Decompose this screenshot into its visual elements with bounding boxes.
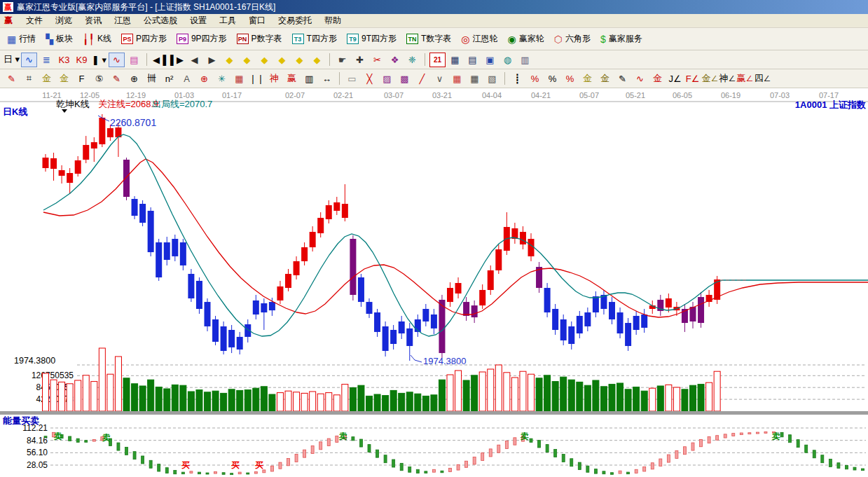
diamond-horizontal-icon[interactable]: ◆ — [256, 53, 273, 67]
wave-red-icon[interactable]: ∿ — [109, 53, 125, 67]
next-page-icon[interactable]: ▶ — [204, 53, 220, 67]
calculator-icon[interactable]: ▦ — [447, 53, 463, 67]
comb-ruler-icon[interactable]: 卌 — [144, 71, 160, 86]
sectors-button[interactable]: ▚板块 — [41, 31, 77, 47]
rect-zone-icon[interactable]: ▭ — [344, 71, 360, 86]
quotes-button[interactable]: ▦行情 — [3, 31, 40, 47]
menu-item-1[interactable]: 浏览 — [49, 15, 78, 26]
t-table-button[interactable]: TNT数字表 — [402, 31, 455, 47]
j-angle-icon[interactable]: J∠ — [667, 71, 683, 86]
trend-rays-icon[interactable]: ╱ — [414, 71, 430, 86]
width-measure-icon[interactable]: ↔ — [319, 71, 335, 86]
winner-wheel-button[interactable]: ◉赢家轮 — [504, 31, 549, 47]
menu-item-6[interactable]: 工具 — [213, 15, 242, 26]
svg-text:1974.3800: 1974.3800 — [423, 356, 466, 366]
gold-level-icon[interactable]: 金 — [597, 71, 613, 86]
window-titlebar[interactable]: 赢 赢家江恩专业版[赢家内部服务平台] - [上证指数 SH1A0001-167… — [0, 0, 868, 14]
hatch-box-icon[interactable]: ▩ — [397, 71, 413, 86]
gann-wheel-button[interactable]: ◎江恩轮 — [457, 31, 502, 47]
last-page-icon[interactable]: ▌▶ — [169, 53, 185, 67]
9p-square-button[interactable]: P99P四方形 — [172, 31, 231, 47]
circle-ruler-icon[interactable]: ⊕ — [126, 71, 142, 86]
gann-brain-2-icon[interactable]: ❈ — [404, 53, 420, 67]
prev-page-icon[interactable]: ◀ — [186, 53, 202, 67]
web-icon[interactable]: ◍ — [500, 53, 516, 67]
si-angle-icon[interactable]: 四∠ — [755, 71, 771, 86]
target-red-icon[interactable]: ⊕ — [196, 71, 212, 86]
menu-item-5[interactable]: 设置 — [184, 15, 213, 26]
grid-dark-icon[interactable]: ▦ — [467, 71, 483, 86]
gold-grid-1-icon[interactable]: 金 — [39, 71, 55, 86]
spiral-5-icon[interactable]: ⑤ — [91, 71, 107, 86]
export-icon[interactable]: ▥ — [517, 53, 533, 67]
diamond-star-icon[interactable]: ◆ — [291, 53, 308, 67]
diamond-cross-icon[interactable]: ◆ — [274, 53, 290, 67]
bar-type-icon[interactable]: ❚ ▾ — [91, 53, 107, 67]
ruler-123-icon[interactable]: ▥ — [301, 71, 317, 86]
hatch-purple-icon[interactable]: ▨ — [379, 71, 395, 86]
kline-3-icon[interactable]: K3 — [56, 53, 72, 67]
pencil-dark-icon[interactable]: ✎ — [109, 71, 125, 86]
star-teal-icon[interactable]: ✳ — [214, 71, 230, 86]
pencil-bars-icon[interactable]: ✎ — [614, 71, 631, 86]
p-table-button[interactable]: PNP数字表 — [233, 31, 287, 47]
scissors-icon[interactable]: ✂ — [369, 53, 385, 67]
gold-red-icon[interactable]: 金 — [649, 71, 666, 86]
web-grid-icon[interactable]: ▦ — [231, 71, 247, 86]
9t-square-button[interactable]: T99T四方形 — [343, 31, 401, 47]
percent-icon[interactable]: % — [544, 71, 560, 86]
kline-button[interactable]: ╽╿K线 — [78, 31, 116, 47]
stacked-chart-icon[interactable]: ▤ — [126, 53, 142, 67]
gold-angle-icon[interactable]: 金∠ — [702, 71, 718, 86]
period-daily-icon[interactable]: 日 ▾ — [4, 53, 20, 67]
wave-chart-icon[interactable]: ∿ — [21, 53, 37, 67]
percent-line-icon[interactable]: % — [527, 71, 543, 86]
diag-box-icon[interactable]: ▧ — [484, 71, 500, 86]
wave-v-icon[interactable]: ∨ — [432, 71, 448, 86]
calendar-icon[interactable]: 21 — [429, 53, 446, 67]
first-page-icon[interactable]: ◀▐ — [151, 53, 167, 67]
toolbar-separator — [146, 53, 147, 66]
diamond-left-icon[interactable]: ◆ — [221, 53, 237, 67]
diamond-right-icon[interactable]: ◆ — [239, 53, 255, 67]
menu-item-4[interactable]: 公式选股 — [137, 15, 184, 26]
grid-red-icon[interactable]: ▦ — [449, 71, 465, 86]
fib-tool-icon[interactable]: F — [74, 71, 90, 86]
p-square-button[interactable]: PSP四方形 — [117, 31, 171, 47]
stock-chart-svg[interactable]: 11-2112-0512-1901-0301-1702-0702-2103-07… — [0, 88, 868, 477]
hand-tool-icon[interactable]: ☛ — [334, 53, 350, 67]
crosshair-icon[interactable]: ✚ — [352, 53, 368, 67]
pause-marks-icon[interactable]: ❘❘ — [249, 71, 265, 86]
n-square-icon[interactable]: n² — [161, 71, 177, 86]
shen-angle-icon[interactable]: 神∠ — [719, 71, 736, 86]
clipboard-icon[interactable]: ≣ — [39, 53, 55, 67]
menu-item-7[interactable]: 窗口 — [242, 15, 272, 26]
menu-item-2[interactable]: 资讯 — [78, 15, 108, 26]
scale-marks-icon[interactable]: ┋ — [509, 71, 525, 86]
menu-item-3[interactable]: 江恩 — [108, 15, 137, 26]
shen-tool-icon[interactable]: 神 — [266, 71, 282, 86]
kline-9-icon[interactable]: K9 — [74, 53, 90, 67]
hexagon-button[interactable]: ⬡六角形 — [550, 31, 595, 47]
gold-grid-2-icon[interactable]: 金 — [56, 71, 72, 86]
t-square-button[interactable]: T3T四方形 — [288, 31, 341, 47]
percent-under-icon[interactable]: % — [562, 71, 578, 86]
gann-brain-1-icon[interactable]: ❖ — [387, 53, 403, 67]
save-icon[interactable]: ▣ — [482, 53, 498, 67]
grid-lines-icon[interactable]: ⌗ — [21, 71, 37, 86]
wave-red-2-icon[interactable]: ∿ — [632, 71, 648, 86]
ray-fan-red-icon[interactable]: ╳ — [361, 71, 378, 86]
f-angle-icon[interactable]: F∠ — [684, 71, 701, 86]
ying-tool-icon[interactable]: 赢 — [284, 71, 300, 86]
menu-item-0[interactable]: 文件 — [20, 15, 49, 26]
diamond-grid-icon[interactable]: ◆ — [309, 53, 325, 67]
winner-service-button[interactable]: $赢家服务 — [596, 31, 647, 47]
menu-item-8[interactable]: 交易委托 — [272, 15, 318, 26]
gold-circle-icon[interactable]: 金 — [579, 71, 595, 86]
mirror-tool-icon[interactable]: A — [179, 71, 195, 86]
notes-icon[interactable]: ▤ — [464, 53, 481, 67]
pencil-red-icon[interactable]: ✎ — [4, 71, 20, 86]
ying-angle-icon[interactable]: 赢∠ — [737, 71, 753, 86]
menu-item-9[interactable]: 帮助 — [318, 15, 347, 26]
chart-area[interactable]: 11-2112-0512-1901-0301-1702-0702-2103-07… — [0, 88, 868, 477]
